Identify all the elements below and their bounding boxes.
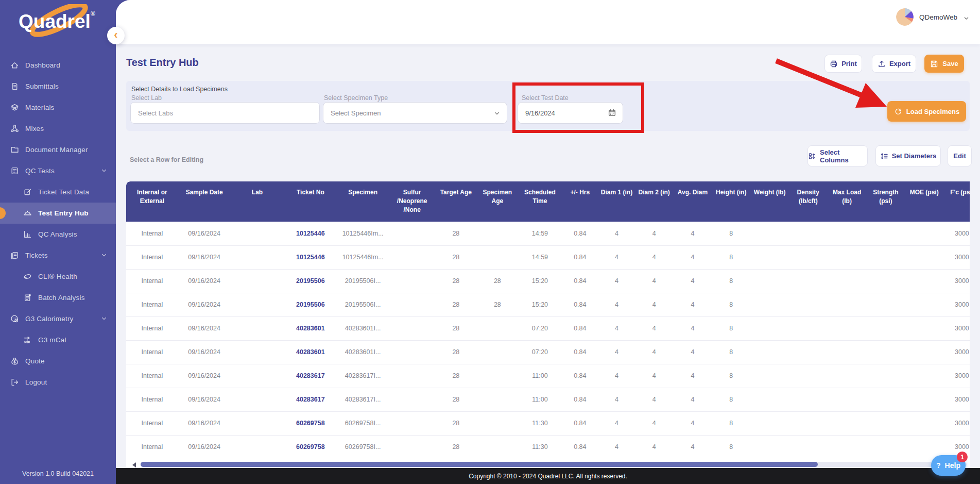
ticket-link[interactable]: 40283601 [296, 325, 325, 332]
sidebar-item-cli-health[interactable]: CLI® Health [0, 266, 116, 287]
table-cell [789, 269, 828, 293]
sidebar-item-ticket-test-data[interactable]: Ticket Test Data [0, 181, 116, 203]
ticket-link[interactable]: 10125446 [296, 254, 325, 261]
sidebar-item-qc-tests[interactable]: QC Tests [0, 160, 116, 181]
sidebar-collapse-button[interactable]: ‹ [107, 27, 125, 44]
table-cell: 09/16/2024 [178, 435, 231, 459]
table-cell: 14:59 [518, 222, 561, 245]
table-cell: 0.84 [561, 316, 598, 340]
table-cell: 4 [635, 316, 674, 340]
calendar-icon[interactable] [608, 108, 616, 117]
ticket-link[interactable]: 40283617 [296, 396, 325, 403]
save-icon [930, 60, 938, 68]
table-cell: 14:59 [518, 245, 561, 269]
sidebar-item-materials[interactable]: Materials [0, 97, 116, 118]
horizontal-scrollbar [126, 461, 970, 468]
ticket-link[interactable]: 40283601 [296, 348, 325, 356]
ticket-pen-icon [23, 188, 32, 196]
table-cell [231, 364, 284, 388]
load-specimens-button[interactable]: Load Specimens [887, 101, 966, 122]
hardhat-icon [23, 209, 32, 218]
sidebar-item-label: Test Entry Hub [38, 209, 89, 217]
table-cell: 4 [598, 388, 635, 411]
table-cell: 8 [712, 388, 750, 411]
sidebar-item-mixes[interactable]: Mixes [0, 118, 116, 139]
select-columns-button[interactable]: Select Columns [807, 145, 868, 166]
table-row[interactable]: Internal09/16/20244028361740283617I...28… [126, 388, 970, 411]
table-cell: 09/16/2024 [178, 340, 231, 364]
table-cell [750, 293, 789, 316]
table-cell: Internal [126, 316, 178, 340]
ticket-link[interactable]: 20195506 [296, 277, 325, 285]
sidebar: Quadrel ® DashboardSubmittalsMaterialsMi… [0, 0, 116, 484]
avatar[interactable] [896, 8, 914, 26]
table-row[interactable]: Internal09/16/20246026975860269758I...28… [126, 411, 970, 435]
scroll-left-button[interactable] [132, 462, 136, 468]
table-row[interactable]: Internal09/16/20244028360140283601I...28… [126, 340, 970, 364]
lab-input[interactable] [130, 102, 320, 124]
table-cell: 11:30 [518, 411, 561, 435]
export-button[interactable]: Export [872, 55, 916, 73]
table-cell [905, 364, 943, 388]
table-cell: 4 [635, 222, 674, 245]
table-cell [867, 269, 905, 293]
table-cell: 8 [712, 269, 750, 293]
table-cell [789, 411, 828, 435]
sidebar-item-quote[interactable]: Quote [0, 351, 116, 372]
specimen-select[interactable]: Select Specimen [323, 102, 507, 124]
table-cell: 3000 [943, 316, 970, 340]
table-cell [905, 340, 943, 364]
sidebar-item-document-manager[interactable]: Document Manager [0, 139, 116, 160]
sidebar-item-submittals[interactable]: Submittals [0, 76, 116, 97]
table-cell: 3000 [943, 293, 970, 316]
table-cell [389, 245, 435, 269]
sidebar-item-dashboard[interactable]: Dashboard [0, 55, 116, 76]
table-row[interactable]: Internal09/16/20242019550620195506I...28… [126, 269, 970, 293]
sidebar-item-g3-calorimetry[interactable]: G3 Calorimetry [0, 308, 116, 329]
table-cell: Internal [126, 293, 178, 316]
table-cell [476, 388, 518, 411]
table-cell: 28 [435, 269, 476, 293]
table-row[interactable]: Internal09/16/20246026975860269758I...28… [126, 435, 970, 459]
column-header: Target Age [435, 181, 476, 222]
ticket-link[interactable]: 10125446 [296, 230, 325, 237]
table-cell [905, 245, 943, 269]
column-header: Sulfur /Neoprene /None [389, 181, 435, 222]
help-notification-badge: 1 [957, 452, 968, 462]
cli-health-icon [23, 272, 32, 281]
ticket-link[interactable]: 60269758 [296, 420, 325, 427]
table-row[interactable]: Internal09/16/20241012544610125446Im...2… [126, 245, 970, 269]
table-cell: 15:20 [518, 293, 561, 316]
sidebar-item-batch-analysis[interactable]: Batch Analysis [0, 287, 116, 308]
table-row[interactable]: Internal09/16/20244028360140283601I...28… [126, 316, 970, 340]
sidebar-item-tickets[interactable]: Tickets [0, 245, 116, 266]
ticket-link[interactable]: 20195506 [296, 301, 325, 308]
sidebar-item-qc-analysis[interactable]: QC Analysis [0, 224, 116, 245]
home-icon [10, 61, 19, 70]
table-row[interactable]: Internal09/16/20244028361740283617I...28… [126, 364, 970, 388]
table-cell [789, 364, 828, 388]
table-cell [476, 316, 518, 340]
save-button[interactable]: Save [924, 55, 964, 73]
table-cell: 4 [635, 435, 674, 459]
table-cell [750, 411, 789, 435]
print-button[interactable]: Print [824, 55, 862, 73]
sidebar-item-g3-mcal[interactable]: G3 mCal [0, 329, 116, 351]
user-menu[interactable]: QDemoWeb [919, 13, 957, 21]
scrollbar-thumb[interactable] [141, 462, 818, 467]
edit-button[interactable]: Edit [948, 145, 972, 166]
table-cell [389, 364, 435, 388]
table-row[interactable]: Internal09/16/20242019550620195506I...28… [126, 293, 970, 316]
ticket-link[interactable]: 60269758 [296, 443, 325, 450]
bar-chart-icon [23, 230, 32, 239]
sidebar-item-test-entry-hub[interactable]: Test Entry Hub [0, 203, 116, 224]
set-diameters-button[interactable]: Set Diameters [875, 145, 941, 166]
column-header: Specimen [337, 181, 389, 222]
ticket-link[interactable]: 40283617 [296, 372, 325, 379]
table-row[interactable]: Internal09/16/20241012544610125446Im...2… [126, 222, 970, 245]
table-cell: 40283617I... [337, 388, 389, 411]
sidebar-item-logout[interactable]: Logout [0, 372, 116, 393]
chevron-down-icon[interactable] [963, 14, 970, 21]
table-cell: 11:00 [518, 388, 561, 411]
table-cell: 60269758I... [337, 411, 389, 435]
